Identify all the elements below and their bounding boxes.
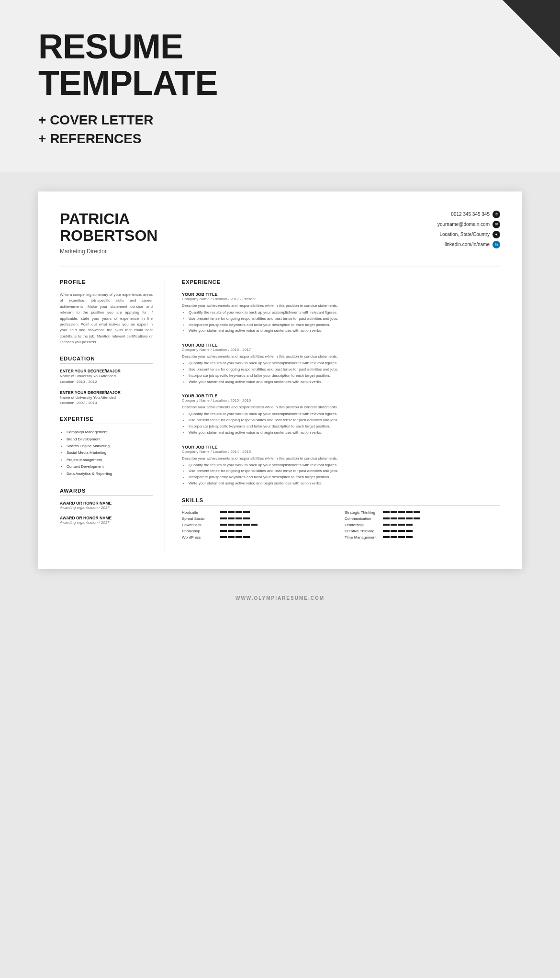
- skills-grid: Hootsuite Strategic Thinking Sprout Soci…: [182, 510, 500, 540]
- exp-title-2: YOUR JOB TITLE: [182, 343, 500, 348]
- email-text: yourname@domain.com: [437, 222, 490, 227]
- exp-bullets-2: Quantify the results of your work to bac…: [182, 360, 500, 385]
- exp-bullet: Use present tense for ongoing responsibi…: [189, 468, 500, 474]
- exp-desc-3: Describe your achievements and responsib…: [182, 405, 500, 409]
- expertise-item: Brand Development: [67, 436, 153, 443]
- exp-bullets-1: Quantify the results of your work to bac…: [182, 310, 500, 334]
- contact-email-row: yourname@domain.com ✉: [437, 221, 500, 228]
- skill-row: Photoshop: [182, 529, 337, 533]
- exp-bullet: Write your statement using active voice …: [189, 328, 500, 334]
- skill-bar-segment: [406, 536, 413, 538]
- expertise-item: Search Engine Marketing: [67, 443, 153, 450]
- skill-bar-segment: [398, 511, 405, 513]
- expertise-item: Project Management: [67, 457, 153, 463]
- skill-row: Creative Thinking: [345, 529, 500, 533]
- exp-bullet: Use present tense for ongoing responsibi…: [189, 417, 500, 424]
- skill-bar-segment: [391, 517, 397, 519]
- skill-bar-segment: [220, 530, 227, 532]
- resume-header: PATRICIA ROBERTSON Marketing Director 00…: [60, 211, 500, 267]
- skill-bar-segment: [235, 524, 242, 526]
- exp-bullet: Incorporate job-specific keywords and ta…: [189, 424, 500, 430]
- exp-bullet: Incorporate job-specific keywords and ta…: [189, 373, 500, 379]
- phone-text: 0012 345 345 345: [451, 212, 490, 217]
- resume-body: PROFILE Write a compelling summary of yo…: [60, 279, 500, 550]
- exp-desc-2: Describe your achievements and responsib…: [182, 354, 500, 359]
- exp-bullet: Quantify the results of your work to bac…: [189, 360, 500, 367]
- expertise-list: Campaign ManagementBrand DevelopmentSear…: [60, 429, 153, 477]
- award-name-1: AWARD OR HONOR NAME: [60, 501, 153, 506]
- edu-degree-2: ENTER YOUR DEGREE/MAJOR: [60, 390, 153, 395]
- banner-line1: + COVER LETTER: [38, 111, 522, 129]
- exp-bullet: Write your statement using active voice …: [189, 379, 500, 385]
- skill-bar: [220, 530, 242, 532]
- skill-bar-segment: [228, 536, 235, 538]
- skill-bar: [383, 517, 420, 519]
- expertise-item: Social Media Marketing: [67, 450, 153, 456]
- skill-name: Creative Thinking: [345, 529, 381, 533]
- skill-bar: [220, 511, 250, 513]
- skill-bar-segment: [406, 524, 413, 526]
- exp-bullet: Incorporate job-specific keywords and ta…: [189, 322, 500, 328]
- skill-name: Sprout Social: [182, 517, 218, 521]
- exp-bullet: Quantify the results of your work to bac…: [189, 411, 500, 417]
- resume-name: PATRICIA ROBERTSON: [60, 211, 157, 244]
- exp-company-2: Company Name / Location / 2016 - 2017: [182, 348, 500, 352]
- footer-text: WWW.OLYMPIARESUME.COM: [235, 596, 325, 601]
- experience-title: EXPERIENCE: [182, 279, 500, 287]
- exp-desc-4: Describe your achievements and responsib…: [182, 456, 500, 461]
- banner-line2: + REFERENCES: [38, 129, 522, 148]
- skill-name: Strategic Thinking: [345, 510, 381, 515]
- linkedin-icon: in: [493, 241, 500, 248]
- skill-bar-segment: [243, 511, 250, 513]
- skill-bar: [220, 536, 250, 538]
- profile-section: PROFILE Write a compelling summary of yo…: [60, 279, 153, 346]
- exp-bullets-3: Quantify the results of your work to bac…: [182, 411, 500, 436]
- edu-entry-1: ENTER YOUR DEGREE/MAJOR Name of Universi…: [60, 369, 153, 384]
- skill-bar-segment: [235, 511, 242, 513]
- skill-bar-segment: [391, 511, 397, 513]
- exp-entry-3: YOUR JOB TITLE Company Name / Location /…: [182, 393, 500, 436]
- skill-bar-segment: [235, 517, 242, 519]
- skill-bar-segment: [220, 536, 227, 538]
- skill-bar: [220, 524, 258, 526]
- edu-school-1: Name of University You Attended: [60, 373, 153, 379]
- contact-location-row: Location, State/Country ●: [439, 231, 500, 238]
- expertise-title: EXPERTISE: [60, 416, 153, 424]
- exp-desc-1: Describe your achievements and responsib…: [182, 304, 500, 308]
- edu-years-2: Location, 2007 - 2010: [60, 400, 153, 405]
- award-name-2: AWARD OR HONOR NAME: [60, 516, 153, 520]
- skill-name: PowerPoint: [182, 523, 218, 527]
- contact-phone-row: 0012 345 345 345 ✆: [451, 211, 500, 218]
- edu-entry-2: ENTER YOUR DEGREE/MAJOR Name of Universi…: [60, 390, 153, 405]
- skill-bar-segment: [251, 524, 258, 526]
- skill-bar-segment: [406, 517, 413, 519]
- skill-bar-segment: [228, 530, 235, 532]
- exp-bullet: Quantify the results of your work to bac…: [189, 310, 500, 316]
- exp-entry-2: YOUR JOB TITLE Company Name / Location /…: [182, 343, 500, 385]
- exp-company-3: Company Name / Location / 2015 - 2016: [182, 398, 500, 403]
- skill-bar: [383, 524, 413, 526]
- skill-row: Communication: [345, 517, 500, 521]
- education-section: EDUCATION ENTER YOUR DEGREE/MAJOR Name o…: [60, 356, 153, 405]
- exp-bullet: Use present tense for ongoing responsibi…: [189, 367, 500, 373]
- skill-bar-segment: [398, 517, 405, 519]
- awards-section: AWARDS AWARD OR HONOR NAME Awarding orga…: [60, 488, 153, 525]
- skill-bar-segment: [220, 511, 227, 513]
- banner-subtitle: + COVER LETTER + REFERENCES: [38, 111, 522, 148]
- exp-bullet: Incorporate job-specific keywords and ta…: [189, 474, 500, 481]
- expertise-section: EXPERTISE Campaign ManagementBrand Devel…: [60, 416, 153, 477]
- skill-bar-segment: [383, 517, 390, 519]
- page-footer: WWW.OLYMPIARESUME.COM: [0, 588, 560, 608]
- phone-icon: ✆: [493, 211, 500, 218]
- expertise-item: Content Development: [67, 463, 153, 470]
- skill-bar-segment: [414, 511, 420, 513]
- profile-title: PROFILE: [60, 279, 153, 287]
- award-org-2: Awarding organization / 2017: [60, 520, 153, 525]
- banner-title: RESUMETEMPLATE: [38, 29, 522, 101]
- skills-title: SKILLS: [182, 497, 500, 506]
- skill-bar-segment: [228, 511, 235, 513]
- skill-bar-segment: [383, 536, 390, 538]
- skill-row: PowerPoint: [182, 523, 337, 527]
- skill-bar-segment: [228, 524, 235, 526]
- skill-bar: [383, 536, 413, 538]
